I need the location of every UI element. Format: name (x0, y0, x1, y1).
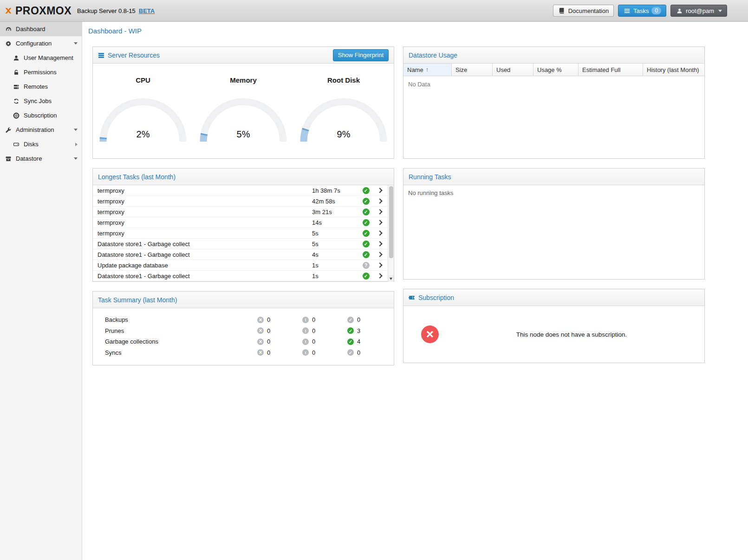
left-column: Server Resources Show Fingerprint CPU 2%… (92, 46, 394, 365)
gear-icon (5, 40, 12, 47)
status-ok-icon (363, 273, 370, 280)
sidebar-item-dashboard[interactable]: Dashboard (0, 22, 82, 36)
show-fingerprint-button[interactable]: Show Fingerprint (333, 49, 389, 61)
sidebar-item-subscription[interactable]: Subscription (0, 108, 82, 123)
no-subscription-icon: × (421, 326, 439, 343)
ok-icon (347, 349, 354, 356)
wrench-icon (5, 127, 12, 133)
column-header-name[interactable]: Name ↑ (403, 64, 452, 76)
sidebar-item-user-management[interactable]: User Management (0, 51, 82, 65)
open-task-button[interactable] (373, 199, 386, 203)
sidebar-item-remotes[interactable]: Remotes (0, 79, 82, 94)
brand-text: PROXMOX (15, 5, 72, 17)
sidebar-item-permissions[interactable]: Permissions (0, 65, 82, 79)
sidebar-item-datastore[interactable]: Datastore (0, 151, 82, 166)
error-icon (257, 339, 264, 345)
sidebar-item-administration[interactable]: Administration (0, 123, 82, 137)
status-ok-icon (363, 219, 370, 226)
chevron-right-icon (377, 230, 382, 235)
ok-icon (347, 317, 354, 323)
chevron-right-icon (377, 241, 382, 246)
task-row[interactable]: Datastore store1 - Garbage collect 4s (93, 249, 394, 260)
warning-count: 0 (312, 338, 315, 345)
chevron-right-icon (377, 220, 382, 225)
scrollbar[interactable] (388, 185, 394, 282)
error-count: 0 (267, 316, 270, 323)
chevron-down-icon[interactable] (74, 157, 78, 160)
summary-row: Syncs 0 0 0 (93, 347, 394, 358)
task-row[interactable]: termproxy 1h 38m 7s (93, 185, 394, 196)
column-header-usage-pct[interactable]: Usage % (533, 64, 579, 76)
column-header-size[interactable]: Size (452, 64, 493, 76)
longest-tasks-header: Longest Tasks (last Month) (93, 169, 394, 185)
empty-state-text: No Data (403, 76, 704, 92)
root-disk-gauge: Root Disk 9% (297, 64, 390, 143)
chevron-down-icon[interactable] (74, 42, 78, 45)
top-header: PROXMOX Backup Server 0.8-15 BETA Docume… (0, 0, 748, 22)
hdd-icon (13, 141, 20, 148)
task-summary-panel: Task Summary (last Month) Backups 0 0 0 … (92, 291, 394, 365)
status-ok-icon (363, 241, 370, 247)
task-row[interactable]: Datastore store1 - Garbage collect 5s (93, 239, 394, 249)
task-row[interactable]: termproxy 14s (93, 217, 394, 228)
task-row[interactable]: Datastore store1 - Garbage collect 1s (93, 271, 394, 281)
scrollbar-thumb[interactable] (389, 186, 393, 258)
status-ok-icon (363, 187, 370, 194)
open-task-button[interactable] (373, 242, 386, 246)
gauges-row: CPU 2% Memory 5% Root Disk 9% (93, 64, 394, 143)
longest-tasks-list: termproxy 1h 38m 7s termproxy 42m 58s te… (93, 185, 394, 282)
subscription-message: This node does not have a subscription. (439, 331, 704, 338)
column-header-history[interactable]: History (last Month) (643, 64, 704, 76)
task-row[interactable]: Update package database 1s (93, 260, 394, 271)
table-header-row: Name ↑ Size Used Usage % Estimated Full … (403, 64, 704, 76)
subscription-panel: Subscription × This node does not have a… (403, 289, 705, 363)
summary-row: Backups 0 0 0 (93, 314, 394, 326)
open-task-button[interactable] (373, 253, 386, 256)
error-count: 0 (267, 338, 270, 345)
top-right-toolbar: Documentation Tasks 0 root@pam (553, 5, 727, 17)
chevron-down-icon[interactable] (74, 129, 78, 131)
running-tasks-title: Running Tasks (409, 173, 451, 181)
ticket-icon (409, 294, 415, 301)
sidebar-item-configuration[interactable]: Configuration (0, 36, 82, 51)
proxmox-logo: PROXMOX (5, 4, 72, 17)
ok-icon (347, 327, 354, 334)
triangle-down-icon (390, 278, 392, 280)
scroll-down-button[interactable] (388, 275, 394, 282)
product-version: Backup Server 0.8-15 (77, 7, 136, 14)
sidebar-item-disks[interactable]: Disks (0, 137, 82, 151)
tasks-button[interactable]: Tasks 0 (618, 5, 666, 17)
warning-icon (302, 317, 309, 323)
task-summary-body: Backups 0 0 0 Prunes 0 0 3 Garbage colle… (93, 308, 394, 358)
status-ok-icon (363, 230, 370, 237)
chevron-right-icon (377, 198, 382, 203)
chevron-right-icon[interactable] (75, 143, 78, 146)
sidebar: Dashboard Configuration User Management … (0, 22, 82, 560)
open-task-button[interactable] (373, 274, 386, 278)
open-task-button[interactable] (373, 210, 386, 214)
open-task-button[interactable] (373, 189, 386, 192)
documentation-button[interactable]: Documentation (553, 5, 614, 17)
cpu-gauge: CPU 2% (97, 64, 189, 143)
column-header-used[interactable]: Used (493, 64, 533, 76)
sidebar-item-sync-jobs[interactable]: Sync Jobs (0, 94, 82, 108)
user-menu-button[interactable]: root@pam (670, 5, 727, 17)
server-stack-icon (13, 84, 20, 90)
status-unknown-icon (363, 262, 370, 269)
error-count: 0 (267, 327, 270, 334)
datastore-icon (5, 156, 12, 162)
warning-count: 0 (312, 327, 315, 334)
column-header-estimated-full[interactable]: Estimated Full (579, 64, 643, 76)
cpu-gauge-value: 2% (97, 129, 189, 140)
memory-gauge-value: 5% (197, 129, 290, 140)
ok-icon (347, 339, 354, 345)
status-ok-icon (363, 198, 370, 205)
task-row[interactable]: termproxy 3m 21s (93, 207, 394, 217)
task-row[interactable]: termproxy 42m 58s (93, 196, 394, 207)
task-row[interactable]: termproxy 5s (93, 228, 394, 239)
beta-link[interactable]: BETA (139, 7, 155, 14)
open-task-button[interactable] (373, 221, 386, 224)
ok-count: 0 (357, 316, 360, 323)
open-task-button[interactable] (373, 231, 386, 235)
open-task-button[interactable] (373, 263, 386, 267)
